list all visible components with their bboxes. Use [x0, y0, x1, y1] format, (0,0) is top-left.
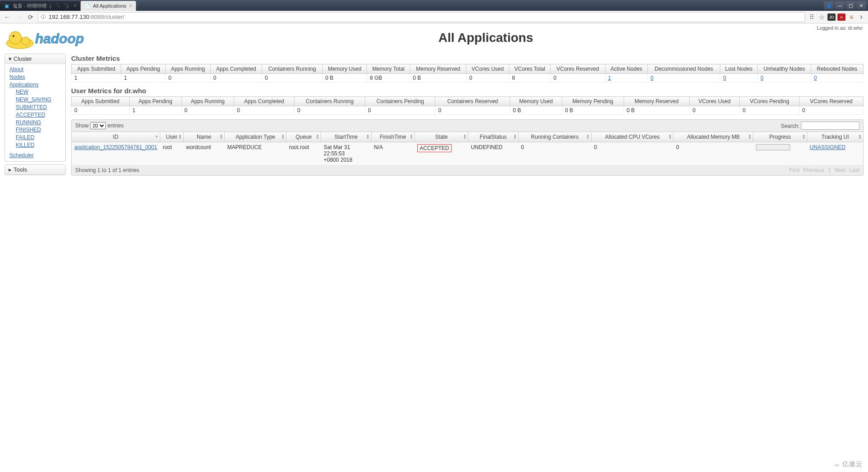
metrics-value: 1 — [605, 74, 647, 82]
page-title: All Applications — [109, 31, 863, 45]
sidebar-item-nodes[interactable]: Nodes — [9, 73, 61, 81]
sidebar-tools-header[interactable]: ▸ Tools — [5, 165, 65, 175]
extension-icon[interactable]: JD — [827, 14, 836, 21]
sidebar-item-new[interactable]: NEW — [16, 88, 61, 96]
metrics-value: 0 — [690, 106, 740, 115]
sidebar-cluster-header[interactable]: ▾ Cluster — [5, 54, 65, 64]
metrics-value: 0 — [294, 106, 365, 115]
apps-header[interactable]: Progress▲▼ — [753, 132, 807, 142]
metrics-value: 8 GB — [367, 74, 410, 82]
user-icon[interactable]: 👤 — [824, 1, 834, 9]
tab-title: 鬼畜 - 哔哩哔哩（ ゜- ゜） — [13, 3, 71, 9]
apps-header[interactable]: User▲▼ — [160, 132, 183, 142]
minimize-button[interactable]: — — [835, 1, 845, 9]
sidebar-item-new-saving[interactable]: NEW_SAVING — [16, 96, 61, 104]
table-cell — [753, 142, 807, 165]
bookmark-icon[interactable]: ☆ — [818, 13, 826, 21]
app-id-link[interactable]: application_1522505784761_0001 — [74, 144, 157, 150]
hamburger-icon[interactable]: ≡ — [847, 13, 855, 21]
apps-header[interactable]: Running Containers▲▼ — [518, 132, 591, 142]
translate-icon[interactable]: ⠿ — [808, 13, 816, 21]
progress-bar — [756, 144, 790, 150]
paginate-next[interactable]: Next — [835, 167, 846, 173]
table-cell: 0 — [674, 142, 753, 165]
metrics-value: 0 — [210, 74, 262, 82]
apps-header[interactable]: Name▲▼ — [183, 132, 225, 142]
sidebar-item-accepted[interactable]: ACCEPTED — [16, 111, 61, 119]
apps-header[interactable]: Application Type▲▼ — [225, 132, 286, 142]
metrics-header: Active Nodes — [605, 64, 647, 74]
table-footer: Showing 1 to 1 of 1 entries First Previo… — [71, 165, 863, 176]
metrics-value: 0 — [740, 106, 799, 115]
close-icon[interactable]: × — [129, 3, 132, 9]
close-icon[interactable]: × — [74, 3, 77, 9]
metrics-header: VCores Used — [466, 64, 509, 74]
metrics-link[interactable]: 0 — [814, 75, 817, 81]
paginate-page-1[interactable]: 1 — [828, 167, 831, 173]
apps-header[interactable]: Queue▲▼ — [286, 132, 321, 142]
entries-select[interactable]: 20 — [90, 122, 106, 129]
paginate-last[interactable]: Last — [849, 167, 859, 173]
metrics-value: 0 B — [410, 74, 466, 82]
browser-tab-applications[interactable]: 📄 All Applications × — [81, 1, 136, 11]
sidebar-item-killed[interactable]: KILLED — [16, 141, 61, 149]
forward-button[interactable]: → — [14, 13, 23, 22]
table-cell: UNDEFINED — [468, 142, 518, 165]
svg-text:hadoop: hadoop — [35, 31, 84, 46]
sort-icon: ▲▼ — [178, 134, 182, 139]
sidebar-item-applications[interactable]: Applications — [9, 81, 61, 89]
sort-icon: ▲▼ — [463, 134, 466, 139]
paginate-previous[interactable]: Previous — [803, 167, 824, 173]
tab-favicon-icon: 📄 — [84, 3, 90, 9]
sidebar-item-failed[interactable]: FAILED — [16, 134, 61, 141]
close-button[interactable]: ✕ — [856, 1, 866, 9]
cluster-metrics-title: Cluster Metrics — [71, 54, 863, 62]
metrics-link[interactable]: 0 — [723, 75, 726, 81]
metrics-header: Apps Submitted — [72, 97, 130, 106]
sidebar-item-submitted[interactable]: SUBMITTED — [16, 104, 61, 111]
table-cell: Sat Mar 31 22:55:53 +0800 2018 — [321, 142, 371, 165]
sidebar-item-scheduler[interactable]: Scheduler — [9, 152, 61, 159]
table-cell: 0 — [591, 142, 674, 165]
apps-header[interactable]: Allocated CPU VCores▲▼ — [591, 132, 674, 142]
chevron-down-icon: ▾ — [9, 55, 12, 62]
maximize-button[interactable]: ▢ — [845, 1, 855, 9]
indicator-icon[interactable]: › — [857, 13, 865, 21]
sidebar-item-running[interactable]: RUNNING — [16, 119, 61, 127]
svg-point-2 — [22, 37, 30, 45]
metrics-link[interactable]: 0 — [760, 75, 764, 81]
paginate-first[interactable]: First — [789, 167, 800, 173]
metrics-header: Decommissioned Nodes — [647, 64, 720, 74]
reload-button[interactable]: ⟳ — [26, 13, 35, 22]
metrics-link[interactable]: 0 — [651, 75, 654, 81]
apps-header[interactable]: State▲▼ — [415, 132, 468, 142]
metrics-link[interactable]: 1 — [608, 75, 611, 81]
url-bar[interactable]: ⓘ 192.168.77.130:8088/cluster/ — [38, 12, 805, 22]
page-content: hadoop All Applications Logged in as: dr… — [0, 23, 868, 182]
metrics-header: Rebooted Nodes — [811, 64, 863, 74]
search-input[interactable] — [801, 122, 859, 130]
pdf-extension-icon[interactable]: A — [837, 14, 845, 21]
show-label-post: entries — [108, 123, 124, 129]
tab-title: All Applications — [93, 3, 127, 9]
sidebar-tools-section: ▸ Tools — [5, 164, 66, 175]
tracking-link[interactable]: UNASSIGNED — [810, 144, 845, 150]
apps-header[interactable]: StartTime▲▼ — [321, 132, 371, 142]
sidebar-item-about[interactable]: About — [9, 66, 61, 73]
info-icon[interactable]: ⓘ — [41, 14, 46, 20]
table-cell: ACCEPTED — [415, 142, 468, 165]
apps-header[interactable]: FinishTime▲▼ — [371, 132, 415, 142]
apps-header[interactable]: ID▼ — [72, 132, 160, 142]
apps-header[interactable]: Tracking UI▲▼ — [807, 132, 863, 142]
sidebar-item-finished[interactable]: FINISHED — [16, 126, 61, 134]
metrics-header: VCores Pending — [740, 97, 799, 106]
browser-tab-bilibili[interactable]: ▣ 鬼畜 - 哔哩哔哩（ ゜- ゜） × — [0, 1, 81, 11]
search-label: Search: — [781, 123, 799, 129]
browser-titlebar: ▣ 鬼畜 - 哔哩哔哩（ ゜- ゜） × 📄 All Applications … — [0, 0, 868, 11]
table-cell: root.root — [286, 142, 321, 165]
apps-header[interactable]: FinalStatus▲▼ — [468, 132, 518, 142]
metrics-header: Unhealthy Nodes — [758, 64, 811, 74]
apps-header[interactable]: Allocated Memory MB▲▼ — [674, 132, 753, 142]
sort-icon: ▲▼ — [281, 134, 285, 139]
back-button[interactable]: ← — [3, 13, 12, 22]
